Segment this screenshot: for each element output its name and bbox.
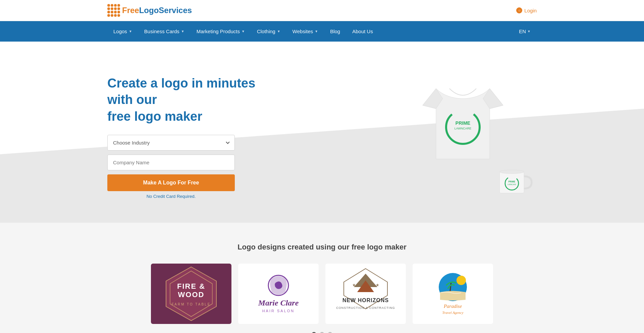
gallery-card-fire-wood[interactable]: FIRE & WOOD FARM TO TABLE	[151, 264, 231, 324]
hero-left-panel: Create a logo in minutes with ourfree lo…	[107, 68, 282, 199]
svg-text:PRIME: PRIME	[455, 120, 470, 126]
svg-text:Marie Clare: Marie Clare	[258, 298, 299, 307]
nav-item-logos[interactable]: Logos ▼	[107, 21, 138, 42]
site-logo[interactable]: FreeLogoServices	[107, 4, 192, 17]
svg-text:PRIME: PRIME	[508, 180, 515, 183]
svg-text:CONSTRUCTION & CONTRACTING: CONSTRUCTION & CONTRACTING	[336, 306, 395, 310]
svg-point-25	[457, 276, 466, 285]
nav-about-us-label: About Us	[352, 29, 373, 34]
make-logo-button[interactable]: Make A Logo For Free	[107, 174, 235, 191]
hero-title: Create a logo in minutes with ourfree lo…	[107, 75, 282, 125]
login-label: Login	[524, 8, 537, 13]
new-horizons-logo: ★ ★ ★ NEW HORIZONS CONSTRUCTION & CONTRA…	[325, 264, 406, 324]
logo-dots-icon	[107, 4, 120, 17]
svg-text:WOOD: WOOD	[178, 290, 205, 299]
main-nav: Logos ▼ Business Cards ▼ Marketing Produ…	[0, 21, 644, 42]
logo-wordmark: FreeLogoServices	[122, 6, 192, 15]
nav-logos-label: Logos	[113, 29, 127, 34]
industry-select[interactable]: Choose Industry Technology Food & Restau…	[107, 135, 235, 151]
nav-language-selector[interactable]: EN ▼	[513, 21, 537, 42]
svg-text:★: ★	[376, 283, 379, 287]
nav-clothing-label: Clothing	[257, 29, 275, 34]
gallery-card-paradise-travel[interactable]: Paradise Travel Agency	[413, 264, 493, 324]
nav-websites-label: Websites	[292, 29, 313, 34]
nav-item-blog[interactable]: Blog	[324, 21, 346, 42]
gallery-card-marie-clare[interactable]: Marie Clare HAIR SALON	[238, 264, 319, 324]
nav-marketing-products-label: Marketing Products	[197, 29, 240, 34]
nav-logos-arrow: ▼	[129, 30, 132, 33]
svg-text:FARM TO TABLE: FARM TO TABLE	[172, 302, 211, 306]
svg-text:LAWNCARE: LAWNCARE	[507, 184, 516, 185]
gallery-section: Logo designs created using our free logo…	[0, 223, 644, 333]
nav-item-business-cards[interactable]: Business Cards ▼	[138, 21, 191, 42]
nav-lang-arrow: ▼	[527, 30, 531, 33]
company-name-input[interactable]	[107, 155, 235, 170]
svg-text:LAWNCARE: LAWNCARE	[454, 127, 472, 130]
login-button[interactable]: ○ Login	[516, 7, 537, 13]
nav-business-cards-label: Business Cards	[144, 29, 179, 34]
svg-text:NEW HORIZONS: NEW HORIZONS	[342, 297, 389, 303]
nav-business-cards-arrow: ▼	[181, 30, 184, 33]
nav-items: Logos ▼ Business Cards ▼ Marketing Produ…	[107, 21, 379, 42]
fire-wood-logo: FIRE & WOOD FARM TO TABLE	[151, 264, 231, 324]
paradise-travel-logo: Paradise Travel Agency	[413, 264, 493, 324]
nav-item-websites[interactable]: Websites ▼	[286, 21, 324, 42]
marie-clare-logo: Marie Clare HAIR SALON	[238, 264, 319, 324]
hero-section: Create a logo in minutes with ourfree lo…	[0, 42, 644, 223]
top-header: FreeLogoServices ○ Login	[0, 0, 644, 21]
gallery-title: Logo designs created using our free logo…	[107, 243, 537, 252]
no-credit-card-text: No Credit Card Required.	[107, 194, 235, 199]
tshirt-illustration: PRIME LAWNCARE	[416, 68, 510, 169]
nav-marketing-products-arrow: ▼	[241, 30, 245, 33]
nav-clothing-arrow: ▼	[277, 30, 280, 33]
svg-text:★: ★	[366, 279, 369, 283]
svg-text:Paradise: Paradise	[443, 303, 462, 309]
nav-item-clothing[interactable]: Clothing ▼	[251, 21, 286, 42]
gallery-card-new-horizons[interactable]: ★ ★ ★ NEW HORIZONS CONSTRUCTION & CONTRA…	[325, 264, 406, 324]
login-icon: ○	[516, 7, 522, 13]
nav-item-about-us[interactable]: About Us	[346, 21, 379, 42]
svg-text:Travel Agency: Travel Agency	[442, 311, 463, 315]
nav-lang-label: EN	[519, 29, 526, 34]
svg-point-4	[500, 170, 524, 174]
nav-websites-arrow: ▼	[315, 30, 318, 33]
hero-right-panel: PRIME LAWNCARE PRIME LAWNCARE	[402, 68, 537, 203]
svg-text:HAIR SALON: HAIR SALON	[262, 309, 295, 313]
hero-content: Create a logo in minutes with ourfree lo…	[0, 42, 644, 223]
mug-illustration: PRIME LAWNCARE	[496, 166, 533, 199]
nav-item-marketing-products[interactable]: Marketing Products ▼	[191, 21, 251, 42]
svg-text:★: ★	[352, 283, 356, 287]
gallery-cards-container: FIRE & WOOD FARM TO TABLE Marie Clare HA…	[107, 264, 537, 324]
svg-text:FIRE &: FIRE &	[177, 282, 205, 290]
